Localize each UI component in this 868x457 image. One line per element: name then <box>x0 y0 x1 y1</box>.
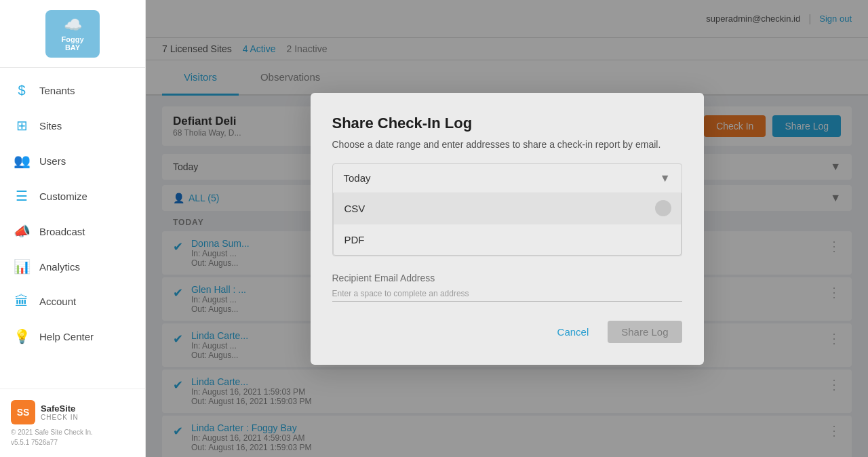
share-log-modal: Share Check-In Log Choose a date range a… <box>311 93 704 365</box>
account-icon: 🏛 <box>14 294 30 309</box>
modal-overlay: Share Check-In Log Choose a date range a… <box>146 0 868 457</box>
logo-cloud-icon: ☁️ <box>64 16 82 34</box>
safesite-logo: SS SafeSite CHECK IN <box>11 400 134 424</box>
sidebar: ☁️ Foggy BAY $ Tenants ⊞ Sites 👥 Users ☰… <box>0 0 146 457</box>
sidebar-item-account[interactable]: 🏛 Account <box>0 284 145 319</box>
email-hint: Enter a space to complete an address <box>332 289 682 298</box>
users-icon: 👥 <box>14 153 30 169</box>
date-range-dropdown: CSV PDF <box>333 193 682 256</box>
sidebar-nav: $ Tenants ⊞ Sites 👥 Users ☰ Customize 📣 … <box>0 68 145 389</box>
sidebar-footer: SS SafeSite CHECK IN © 2021 Safe Site Ch… <box>0 389 145 457</box>
date-range-value: Today <box>344 172 371 184</box>
help-icon: 💡 <box>14 328 30 344</box>
sidebar-logo: ☁️ Foggy BAY <box>0 0 145 68</box>
sidebar-item-help[interactable]: 💡 Help Center <box>0 319 145 354</box>
safesite-text-block: SafeSite CHECK IN <box>41 403 79 422</box>
sidebar-label-customize: Customize <box>39 191 87 202</box>
sidebar-item-sites[interactable]: ⊞ Sites <box>0 108 145 143</box>
sidebar-label-tenants: Tenants <box>39 85 75 96</box>
sidebar-item-tenants[interactable]: $ Tenants <box>0 73 145 108</box>
sidebar-label-sites: Sites <box>39 120 62 132</box>
analytics-icon: 📊 <box>14 258 30 275</box>
sidebar-item-users[interactable]: 👥 Users <box>0 143 145 178</box>
grid-icon: ⊞ <box>14 117 30 134</box>
dropdown-item-pdf[interactable]: PDF <box>334 224 681 255</box>
sidebar-item-customize[interactable]: ☰ Customize <box>0 178 145 214</box>
sidebar-label-help: Help Center <box>39 331 94 342</box>
sidebar-label-account: Account <box>39 296 76 307</box>
modal-actions: Cancel Share Log <box>332 321 682 343</box>
sidebar-label-analytics: Analytics <box>39 261 80 273</box>
csv-option-label: CSV <box>344 203 366 214</box>
safesite-icon: SS <box>11 400 35 424</box>
safesite-sub: CHECK IN <box>41 414 79 421</box>
date-range-chevron-icon: ▼ <box>660 172 671 184</box>
dropdown-item-csv[interactable]: CSV <box>334 193 681 224</box>
cancel-button[interactable]: Cancel <box>547 321 600 343</box>
sidebar-label-broadcast: Broadcast <box>39 226 85 237</box>
pdf-option-label: PDF <box>344 234 365 245</box>
email-input[interactable] <box>332 270 682 286</box>
main-area: superadmin@checkin.id | Sign out 7 Licen… <box>146 0 868 457</box>
customize-icon: ☰ <box>14 188 30 204</box>
logo-line2: BAY <box>65 43 80 52</box>
logo-box: ☁️ Foggy BAY <box>45 10 100 58</box>
date-range-selector[interactable]: Today ▼ CSV PDF <box>332 163 682 256</box>
safesite-brand: SafeSite <box>41 403 79 414</box>
modal-description: Choose a date range and enter addresses … <box>332 139 682 150</box>
sidebar-label-users: Users <box>39 155 66 167</box>
version-text: v5.5.1 7526a77 <box>11 439 134 446</box>
sidebar-item-analytics[interactable]: 📊 Analytics <box>0 249 145 284</box>
modal-title: Share Check-In Log <box>332 115 682 132</box>
logo-line1: Foggy <box>62 35 84 43</box>
email-section: Enter a space to complete an address <box>332 270 682 302</box>
broadcast-icon: 📣 <box>14 223 30 239</box>
share-log-submit-button[interactable]: Share Log <box>608 321 682 343</box>
copyright-text: © 2021 Safe Site Check In. <box>11 429 134 436</box>
cursor-indicator <box>655 200 671 216</box>
dollar-icon: $ <box>14 83 30 98</box>
date-range-display[interactable]: Today ▼ <box>333 164 682 193</box>
sidebar-item-broadcast[interactable]: 📣 Broadcast <box>0 214 145 249</box>
